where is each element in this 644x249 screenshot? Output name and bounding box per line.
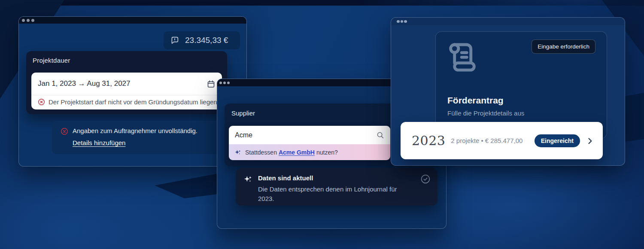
validation-window: 23.345,33 € Projektdauer Jan 1, 2023 → A…: [18, 16, 247, 167]
window-dot: [401, 20, 404, 23]
scroll-document-icon: [447, 41, 480, 74]
window-dots: [22, 19, 34, 22]
calendar-icon[interactable]: [207, 79, 216, 88]
window-titlebar: [391, 18, 625, 25]
suggestion-company-link[interactable]: Acme GmbH: [279, 149, 315, 156]
window-dot: [22, 19, 25, 22]
data-status-box: Daten sind aktuell Die Daten entsprechen…: [236, 168, 437, 206]
details-link[interactable]: Details hinzufügen: [73, 139, 216, 146]
status-texts: Daten sind aktuell Die Daten entsprechen…: [258, 174, 409, 206]
supplier-search-input[interactable]: Acme: [229, 126, 390, 144]
chevron-right-icon[interactable]: [586, 137, 594, 145]
supplier-label: Supplier: [231, 109, 255, 117]
amount-comment-badge[interactable]: 23.345,33 €: [164, 31, 240, 49]
ai-suggestion-bar[interactable]: Stattdessen Acme GmbH nutzen?: [229, 144, 390, 160]
window-dot: [223, 82, 226, 84]
status-description: Die Daten entsprechen denen im Lohnjourn…: [258, 185, 409, 203]
year-meta: 2 projekte • € 285.477,00: [451, 137, 522, 144]
grant-card-subtitle: Fülle die Projektdetails aus: [447, 109, 524, 117]
error-circle-icon: [38, 98, 45, 106]
date-error-message: Der Projektstart darf nicht vor dem Grün…: [31, 95, 222, 109]
seal-check-icon: [420, 174, 431, 184]
status-title: Daten sind aktuell: [258, 174, 409, 182]
supplier-search-combo: Acme: [229, 126, 390, 160]
background-top-strip: [0, 0, 644, 6]
status-pill: Eingereicht: [535, 134, 580, 147]
date-range-field: Jan 1, 2023 → Aug 31, 2027: [31, 73, 222, 109]
error-circle-icon: [61, 128, 68, 135]
projektdauer-label: Projektdauer: [33, 57, 70, 64]
suggestion-prefix: Stattdessen: [245, 149, 277, 156]
suggestion-suffix: nutzen?: [316, 149, 338, 156]
grant-card-title: Förderantrag: [447, 95, 504, 106]
amount-value: 23.345,33 €: [185, 36, 228, 45]
foerderantrag-window: Eingabe erforderlich Förderantrag Fülle …: [391, 17, 625, 166]
date-error-text: Der Projektstart darf nicht vor dem Grün…: [49, 98, 217, 106]
supplier-search-value: Acme: [235, 131, 252, 139]
sparkle-icon: [234, 149, 241, 156]
required-badge: Eingabe erforderlich: [532, 39, 595, 54]
year-label: 2023: [412, 133, 445, 148]
window-dot: [31, 19, 34, 22]
hero-background: 23.345,33 € Projektdauer Jan 1, 2023 → A…: [0, 0, 644, 249]
sparkle-icon: [243, 175, 252, 206]
window-dot: [27, 19, 30, 22]
search-icon: [376, 131, 384, 139]
window-dots: [397, 20, 407, 23]
date-range-value: Jan 1, 2023 → Aug 31, 2027: [38, 79, 131, 88]
projektdauer-panel: Projektdauer Jan 1, 2023 → Aug 31, 2027: [26, 51, 227, 114]
comment-alert-icon: [170, 36, 179, 45]
window-dots: [219, 82, 230, 84]
year-row-2023[interactable]: 2023 2 projekte • € 285.477,00 Eingereic…: [401, 122, 603, 159]
window-dot: [404, 20, 407, 23]
warning-text: Angaben zum Auftragnehmer unvollständig.: [73, 127, 197, 134]
window-dot: [397, 20, 400, 23]
date-range-input[interactable]: Jan 1, 2023 → Aug 31, 2027: [31, 73, 222, 95]
contractor-warning-box: Angaben zum Auftragnehmer unvollständig.…: [52, 121, 224, 154]
window-dot: [219, 82, 222, 84]
window-dot: [227, 82, 230, 84]
window-titlebar: [19, 17, 246, 24]
